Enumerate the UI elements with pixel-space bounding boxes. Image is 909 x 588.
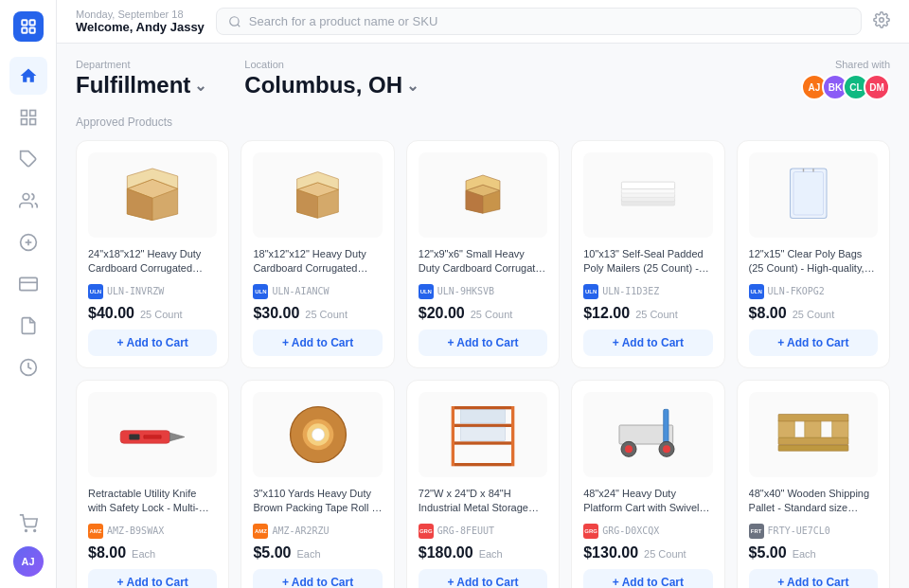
svg-rect-2 [22, 28, 27, 33]
svg-rect-54 [454, 441, 511, 444]
products-row-1: 24"x18"x12" Heavy Duty Cardboard Corruga… [76, 140, 890, 368]
svg-rect-6 [21, 119, 27, 125]
dept-dropdown[interactable]: Fulfillment ⌄ [76, 72, 206, 98]
product-name: 48"x40" Wooden Shipping Pallet - Standar… [749, 487, 878, 516]
product-card: 48"x40" Wooden Shipping Pallet - Standar… [737, 380, 890, 588]
location-dropdown[interactable]: Columbus, OH ⌄ [244, 72, 419, 98]
add-to-cart-button[interactable]: + Add to Cart [749, 569, 878, 588]
sidebar-item-grid[interactable] [9, 98, 47, 136]
svg-point-63 [663, 445, 670, 453]
svg-rect-44 [130, 434, 140, 439]
user-avatar[interactable]: AJ [13, 546, 44, 577]
add-to-cart-button[interactable]: + Add to Cart [88, 330, 217, 356]
product-price-row: $180.00 Each [419, 544, 547, 561]
search-input[interactable] [249, 14, 849, 28]
svg-rect-4 [21, 111, 27, 116]
svg-rect-59 [664, 409, 668, 444]
search-bar[interactable] [216, 8, 862, 35]
sidebar-item-tag[interactable] [9, 140, 47, 178]
header-info: Monday, September 18 Welcome, Andy Jassy [76, 9, 205, 34]
product-qty: Each [132, 548, 155, 560]
dept-chevron-icon: ⌄ [194, 77, 206, 95]
product-image [419, 152, 547, 238]
header-welcome: Welcome, Andy Jassy [76, 20, 205, 34]
shared-avatars: AJ BK CL DM [801, 74, 890, 100]
sidebar-item-cart[interactable] [9, 505, 47, 543]
product-sku-row: GRG GRG-D0XCQX [583, 524, 712, 539]
svg-point-20 [880, 17, 884, 22]
sidebar-item-add[interactable] [9, 223, 47, 261]
product-name: 3"x110 Yards Heavy Duty Brown Packing Ta… [253, 487, 382, 516]
svg-rect-52 [454, 406, 511, 409]
page-content: Department Fulfillment ⌄ Location Columb… [57, 44, 909, 588]
product-price-row: $5.00 Each [749, 544, 878, 561]
sku-text: AMZ-B9SWAX [107, 526, 164, 536]
product-name: 48"x24" Heavy Duty Platform Cart with Sw… [583, 487, 712, 516]
product-image [88, 152, 217, 238]
department-section: Department Fulfillment ⌄ [76, 59, 206, 98]
loc-chevron-icon: ⌄ [406, 77, 419, 95]
product-name: 18"x12"x12" Heavy Duty Cardboard Corruga… [253, 247, 382, 276]
sku-badge: AMZ [88, 524, 103, 539]
add-to-cart-button[interactable]: + Add to Cart [419, 569, 547, 588]
sku-text: ULN-AIANCW [272, 286, 329, 296]
product-price: $5.00 [253, 544, 291, 561]
sidebar-item-document[interactable] [9, 307, 47, 345]
product-name: 12"x15" Clear Poly Bags (25 Count) - Hig… [749, 247, 878, 276]
add-to-cart-button[interactable]: + Add to Cart [583, 569, 712, 588]
svg-point-61 [625, 445, 633, 453]
add-to-cart-button[interactable]: + Add to Cart [253, 569, 382, 588]
sku-badge: ULN [253, 284, 268, 299]
sku-text: ULN-INVRZW [107, 286, 164, 296]
svg-rect-69 [778, 445, 848, 451]
product-qty: 25 Count [140, 309, 183, 320]
product-card: 12"x15" Clear Poly Bags (25 Count) - Hig… [737, 140, 890, 368]
product-image [583, 152, 712, 238]
product-sku-row: ULN ULN-I1D3EZ [583, 284, 712, 299]
product-sku-row: ULN ULN-AIANCW [253, 284, 382, 299]
add-to-cart-button[interactable]: + Add to Cart [88, 569, 217, 588]
svg-rect-50 [452, 406, 454, 466]
svg-rect-39 [793, 172, 824, 216]
product-image [583, 392, 712, 477]
svg-rect-55 [454, 463, 511, 466]
app-logo[interactable] [13, 11, 44, 42]
product-price: $180.00 [419, 544, 473, 561]
sidebar-item-home[interactable] [9, 57, 47, 95]
add-to-cart-button[interactable]: + Add to Cart [749, 330, 878, 356]
product-name: 24"x18"x12" Heavy Duty Cardboard Corruga… [88, 247, 217, 276]
product-sku-row: GRG GRG-8FEUUT [419, 524, 547, 539]
sidebar-item-clock[interactable] [9, 348, 47, 386]
header: Monday, September 18 Welcome, Andy Jassy [57, 0, 909, 44]
product-price: $130.00 [583, 544, 638, 561]
sku-text: ULN-FKOPG2 [768, 286, 825, 296]
product-card: 10"x13" Self-Seal Padded Poly Mailers (2… [571, 140, 724, 368]
svg-rect-53 [454, 423, 511, 426]
location-section: Location Columbus, OH ⌄ [244, 59, 419, 98]
settings-icon[interactable] [873, 11, 890, 32]
product-price: $8.00 [749, 305, 787, 322]
product-image [88, 392, 217, 477]
add-to-cart-button[interactable]: + Add to Cart [583, 330, 712, 356]
add-to-cart-button[interactable]: + Add to Cart [253, 330, 382, 356]
add-to-cart-button[interactable]: + Add to Cart [419, 330, 547, 356]
sku-badge: ULN [749, 284, 764, 299]
sku-badge: ULN [419, 284, 434, 299]
product-price-row: $40.00 25 Count [88, 305, 217, 322]
sku-text: ULN-9HKSVB [437, 286, 494, 296]
sku-text: GRG-8FEUUT [437, 526, 494, 536]
svg-rect-5 [29, 111, 35, 116]
sidebar-item-users[interactable] [9, 182, 47, 220]
svg-rect-68 [778, 414, 848, 420]
svg-point-49 [312, 428, 324, 440]
product-image [253, 392, 382, 477]
product-sku-row: ULN ULN-INVRZW [88, 284, 217, 299]
product-price: $30.00 [253, 305, 299, 322]
loc-label: Location [244, 59, 419, 70]
svg-rect-13 [19, 277, 36, 290]
svg-rect-57 [461, 427, 506, 441]
sidebar: AJ [0, 0, 57, 588]
sidebar-item-card[interactable] [9, 265, 47, 303]
product-name: 10"x13" Self-Seal Padded Poly Mailers (2… [583, 247, 712, 276]
product-image [749, 392, 878, 477]
